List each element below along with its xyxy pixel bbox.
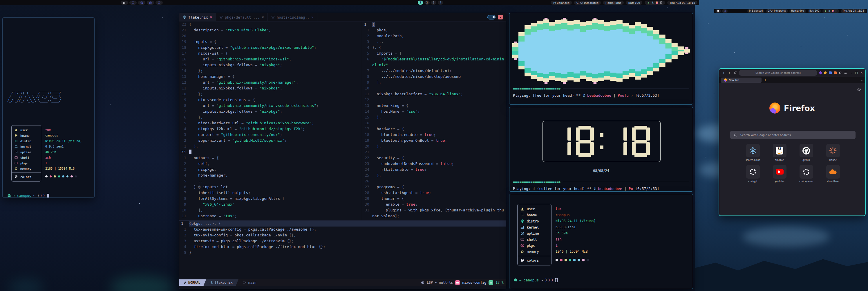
close-buffer-button[interactable]: × — [498, 15, 503, 20]
pane-flake-nix[interactable]: 22{21 description = "tux's NixOS Flake";… — [179, 22, 362, 220]
editor-window[interactable]: flake.nix×pkgs/default ...×hosts/isoImag… — [179, 13, 506, 289]
code-text: "x86_64-linux" — [189, 202, 362, 207]
module-battery[interactable]: Bat: 100 — [808, 9, 821, 13]
dial-tile[interactable] — [746, 144, 760, 157]
toggle-button[interactable] — [487, 15, 496, 20]
tray-app-button[interactable] — [138, 1, 145, 5]
shell-prompt[interactable]: →canopus~))) — [514, 278, 558, 282]
forward-button[interactable]: › — [727, 71, 732, 75]
apps-button[interactable] — [121, 1, 128, 5]
extension-icon[interactable] — [829, 71, 832, 74]
track-progress: =====================> — [509, 180, 693, 184]
tray-app-button[interactable] — [129, 1, 137, 5]
tray-app-button[interactable] — [722, 9, 727, 13]
tab-pkgs-default-[interactable]: pkgs/default ...× — [216, 13, 268, 21]
tray-app-button[interactable] — [147, 1, 154, 5]
dial-tile[interactable] — [826, 144, 840, 157]
module-gpu[interactable]: GPU: Integrated — [766, 9, 788, 13]
extension-icon[interactable] — [824, 71, 827, 74]
dial-tile[interactable] — [800, 144, 813, 157]
tab-new-tab[interactable]: New Tab — [721, 78, 762, 83]
module-power-profile[interactable]: P: Balanced — [747, 9, 765, 13]
code-text: ssh.startAgent = true; — [372, 190, 506, 196]
hamburger-menu-icon[interactable] — [844, 71, 847, 74]
apps-button[interactable] — [715, 9, 721, 13]
leaf-icon — [824, 10, 827, 12]
workspace-1[interactable]: 1 — [418, 1, 423, 5]
maximize-button[interactable]: □ — [855, 71, 858, 74]
search-box[interactable] — [730, 131, 856, 139]
line-number: 6 — [362, 56, 372, 68]
spacer — [552, 254, 596, 257]
line-number: 11 — [179, 213, 189, 219]
code-text: bluetooth.powerOnBoot = true; — [372, 138, 506, 143]
firefox-tab-bar: New Tab + — [719, 77, 865, 83]
dial-youtube[interactable]: youtube — [766, 165, 793, 183]
dial-cloudflare[interactable]: cloudflare — [819, 165, 846, 183]
module-ping[interactable]: Home: 6ms — [789, 9, 806, 13]
module-battery[interactable]: Bat: 100 — [626, 1, 642, 5]
dial-chatgpt[interactable]: chatgpt — [740, 165, 766, 183]
dial-label: search.nixos — [746, 159, 760, 162]
fastfetch-values: tuxcanopusNixOS 24.11 (Vicuna)6.9.8-zen1… — [41, 125, 82, 181]
extension-icon[interactable] — [819, 71, 823, 75]
back-button[interactable]: ‹ — [721, 71, 725, 75]
search-input[interactable] — [740, 133, 852, 137]
module-power-profile[interactable]: P: Balanced — [551, 1, 572, 5]
dial-claude[interactable]: claude — [819, 144, 846, 162]
dial-tile[interactable] — [746, 165, 760, 179]
terminal-clock[interactable]: 08/08/24 =====================> Playing:… — [509, 107, 693, 192]
terminal-cava[interactable]: =====================> Playing: ffee for… — [509, 13, 693, 105]
line-number: 5 — [362, 51, 372, 56]
tab-hosts-isoImag-[interactable]: hosts/isoImag..× — [268, 13, 317, 21]
dial-chat-openai[interactable]: chat.openai — [793, 165, 819, 183]
workspace-2[interactable]: 2 — [425, 1, 430, 5]
url-bar[interactable] — [739, 70, 817, 76]
dial-tile[interactable]: a — [773, 144, 786, 157]
workspace-3[interactable]: 3 — [431, 1, 436, 5]
new-tab-button[interactable]: + — [764, 78, 767, 82]
tab-close-icon[interactable]: × — [312, 15, 314, 19]
dial-search-nixos[interactable]: search.nixos — [740, 144, 766, 162]
tab-close-icon[interactable]: × — [210, 15, 212, 19]
pane-iso-image[interactable]: 1{1 pkgs,2 modulesPath,3 ...4}: {5 impor… — [362, 22, 506, 220]
minimize-button[interactable]: – — [851, 71, 852, 74]
dial-tile[interactable] — [773, 165, 786, 179]
reload-icon[interactable] — [734, 71, 737, 74]
app-icon — [141, 1, 143, 4]
code-line: 25 }; — [362, 173, 506, 178]
line-number: 4 — [179, 173, 189, 178]
pane-pkgs-default[interactable]: 1{pkgs, ...}: {1 tux-awesome-wm-config =… — [179, 221, 506, 280]
bluetooth-icon[interactable] — [651, 1, 654, 4]
wallpaper-star — [110, 105, 111, 105]
shell-prompt[interactable]: →canopus~))) — [7, 194, 49, 198]
dial-amazon[interactable]: aamazon — [766, 144, 793, 162]
bluetooth-icon[interactable] — [828, 10, 830, 12]
tab-label: flake.nix — [188, 15, 208, 20]
extension-icon[interactable] — [834, 71, 837, 74]
code-text: modulesPath, — [372, 33, 506, 39]
phone-icon[interactable] — [835, 10, 838, 12]
workspace-4[interactable]: 4 — [438, 1, 443, 5]
firefox-window[interactable]: ‹ › – □ × New Tab + — [719, 68, 866, 216]
line-number: 22 — [362, 155, 372, 161]
extension-house-icon[interactable] — [839, 71, 842, 74]
tab-close-icon[interactable]: × — [262, 15, 264, 19]
module-gpu[interactable]: GPU: Integrated — [574, 1, 601, 5]
cava-peak — [594, 18, 597, 20]
tray-app-button[interactable] — [155, 1, 163, 5]
terminal-fastfetch-left[interactable]: _ __ _ ____ _____ / |/ /(_)_ __ / __ \/ … — [2, 18, 95, 198]
phone-icon[interactable] — [660, 1, 662, 4]
fetch-label: uptime — [20, 150, 31, 154]
clock-module[interactable]: Thu Aug 08, 18:18 — [841, 9, 866, 13]
gear-icon[interactable] — [857, 87, 861, 91]
terminal-fastfetch-right[interactable]: userhnamedistrokerneluptimeshellpkgsmemo… — [509, 194, 693, 289]
dial-tile[interactable] — [800, 165, 813, 179]
clock-module[interactable]: Thu Aug 08, 18:18 — [667, 1, 698, 5]
dial-tile[interactable] — [826, 165, 840, 179]
module-ping[interactable]: Home: 8ms — [603, 1, 624, 5]
dial-github[interactable]: github — [793, 144, 819, 162]
tab-flake-nix[interactable]: flake.nix× — [179, 13, 216, 21]
close-button[interactable]: × — [861, 71, 863, 74]
chevron-down-icon[interactable] — [861, 79, 863, 82]
